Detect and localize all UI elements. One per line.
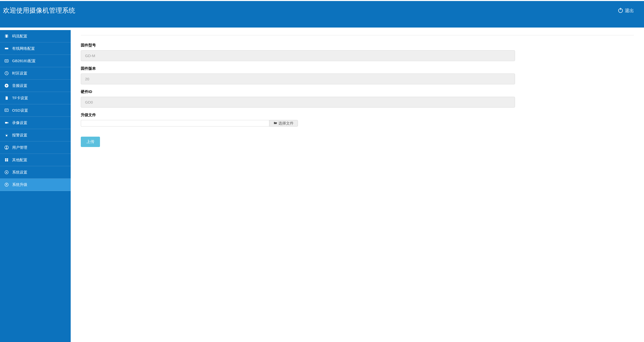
sidebar-item-label: 系统升级 xyxy=(12,182,27,187)
page-title: 欢迎使用摄像机管理系统 xyxy=(3,6,75,15)
svg-rect-12 xyxy=(7,158,8,160)
sidebar-item-label: 报警设置 xyxy=(12,133,27,138)
power-icon xyxy=(618,8,623,13)
alarm-icon xyxy=(4,133,9,138)
other-icon xyxy=(4,157,9,162)
divider xyxy=(81,35,634,35)
logout-button[interactable]: 退出 xyxy=(618,6,639,14)
sidebar-item-label: GB28181配置 xyxy=(12,59,36,63)
system-icon xyxy=(4,170,9,175)
upgrade-icon xyxy=(4,182,9,187)
sidebar-item-tfcard[interactable]: TF卡设置 xyxy=(0,92,71,104)
firmware-model-input xyxy=(81,50,515,61)
sidebar-item-label: 用户管理 xyxy=(12,145,27,150)
sidebar-item-record[interactable]: 录像设置 xyxy=(0,117,71,129)
svg-rect-6 xyxy=(6,97,6,97)
sidebar-item-system[interactable]: 系统设置 xyxy=(0,166,71,179)
svg-rect-13 xyxy=(5,160,6,161)
file-select-label: 选择文件 xyxy=(278,121,294,126)
upgrade-file-input[interactable] xyxy=(81,120,269,127)
folder-open-icon xyxy=(273,121,277,126)
svg-text:GB: GB xyxy=(6,60,8,62)
sidebar-item-alarm[interactable]: 报警设置 xyxy=(0,129,71,141)
sidebar-item-label: 有线网络配置 xyxy=(12,46,35,51)
sidebar-item-other[interactable]: 其他配置 xyxy=(0,154,71,166)
audio-icon xyxy=(4,83,9,88)
firmware-version-label: 固件版本 xyxy=(81,66,634,71)
svg-rect-8 xyxy=(5,109,8,112)
firmware-version-input xyxy=(81,74,515,84)
logout-label: 退出 xyxy=(625,8,634,14)
sidebar-item-upgrade[interactable]: 系统升级 xyxy=(0,179,71,191)
file-select-button[interactable]: 选择文件 xyxy=(269,120,298,127)
svg-rect-14 xyxy=(7,160,8,161)
svg-rect-7 xyxy=(7,97,7,97)
network-icon xyxy=(4,46,9,51)
sidebar-item-label: 音频设置 xyxy=(12,83,27,88)
sidebar-item-osd[interactable]: OSD设置 xyxy=(0,104,71,117)
svg-rect-1 xyxy=(6,35,7,38)
osd-icon xyxy=(4,108,9,113)
hardware-id-label: 硬件ID xyxy=(81,89,634,94)
sidebar-item-label: 码流配置 xyxy=(12,34,27,39)
upload-button[interactable]: 上传 xyxy=(81,137,100,147)
sidebar-item-timezone[interactable]: 时区设置 xyxy=(0,67,71,80)
sidebar: 码流配置 有线网络配置 GB GB28181配置 时区设置 音频设置 xyxy=(0,30,71,342)
sidebar-item-label: 系统设置 xyxy=(12,170,27,175)
svg-rect-0 xyxy=(6,35,8,35)
header: 欢迎使用摄像机管理系统 退出 xyxy=(0,1,644,28)
sidebar-item-label: 录像设置 xyxy=(12,120,27,125)
svg-rect-11 xyxy=(5,158,6,160)
sidebar-item-audio[interactable]: 音频设置 xyxy=(0,80,71,92)
svg-point-16 xyxy=(6,172,7,173)
sidebar-item-label: 其他配置 xyxy=(12,158,27,162)
firmware-model-label: 固件型号 xyxy=(81,43,634,48)
user-icon xyxy=(4,145,9,150)
sdcard-icon xyxy=(4,95,9,101)
sidebar-item-stream[interactable]: 码流配置 xyxy=(0,30,71,42)
sidebar-item-user[interactable]: 用户管理 xyxy=(0,141,71,154)
clock-icon xyxy=(4,71,9,76)
sidebar-item-label: 时区设置 xyxy=(12,71,27,76)
sidebar-item-gb28181[interactable]: GB GB28181配置 xyxy=(0,55,71,67)
sidebar-item-network[interactable]: 有线网络配置 xyxy=(0,42,71,55)
hardware-id-input xyxy=(81,97,515,108)
sidebar-item-label: TF卡设置 xyxy=(12,96,28,101)
svg-point-10 xyxy=(6,146,7,148)
main-content: 固件型号 固件版本 硬件ID 升级文件 选择文件 上传 xyxy=(71,28,644,342)
gb-icon: GB xyxy=(4,58,9,63)
upgrade-file-label: 升级文件 xyxy=(81,113,634,117)
stream-icon xyxy=(4,34,9,39)
record-icon xyxy=(4,120,9,125)
sidebar-item-label: OSD设置 xyxy=(12,108,28,113)
